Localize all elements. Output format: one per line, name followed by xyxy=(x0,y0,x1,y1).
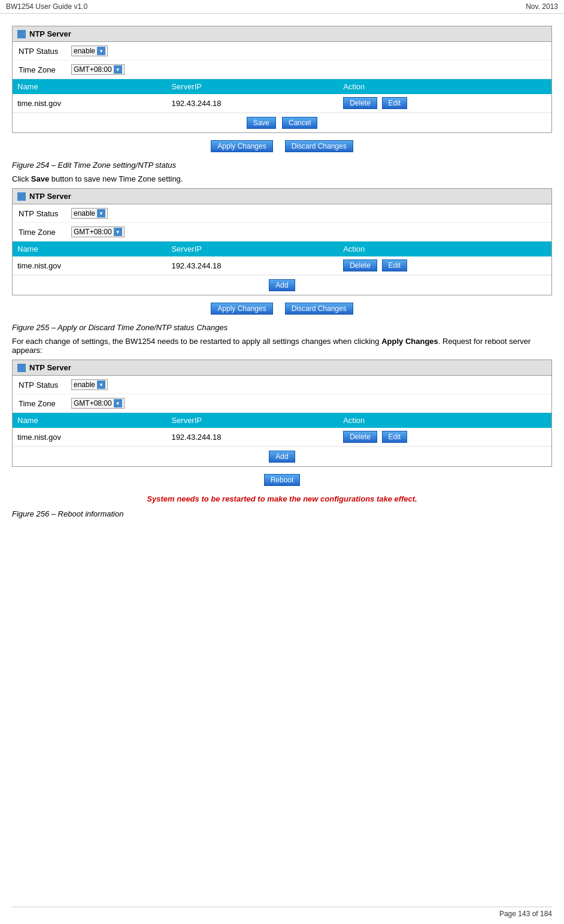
cancel-button[interactable]: Cancel xyxy=(282,117,317,129)
ntp-table-2: Name ServerIP Action time.nist.gov 192.4… xyxy=(13,241,551,275)
ntp-panel-header-1: NTP Server xyxy=(13,26,551,42)
time-zone-label-2: Time Zone xyxy=(19,228,66,237)
ntp-status-label-3: NTP Status xyxy=(19,381,66,389)
ntp-status-row-1: NTP Status enable ▼ xyxy=(13,42,551,61)
ntp-status-value-1: enable xyxy=(74,47,95,55)
row-action-3: Delete Edit xyxy=(338,428,551,446)
delete-button-3[interactable]: Delete xyxy=(343,431,377,443)
col-serverip-3: ServerIP xyxy=(166,413,338,428)
time-zone-row-1: Time Zone GMT+08:00 ▼ xyxy=(13,61,551,79)
time-zone-value-3: GMT+08:00 xyxy=(74,399,112,407)
ntp-table-3: Name ServerIP Action time.nist.gov 192.4… xyxy=(13,413,551,446)
discard-changes-button-1[interactable]: Discard Changes xyxy=(285,140,353,152)
save-button[interactable]: Save xyxy=(247,117,276,129)
time-zone-dropdown-arrow-3[interactable]: ▼ xyxy=(114,399,122,407)
ntp-status-select-1[interactable]: enable ▼ xyxy=(71,46,108,56)
page-footer: Page 143 of 184 xyxy=(12,907,552,918)
doc-date: Nov. 2013 xyxy=(526,2,558,11)
table-row-2: time.nist.gov 192.43.244.18 Delete Edit xyxy=(13,256,551,275)
ntp-table-1: Name ServerIP Action time.nist.gov 192.4… xyxy=(13,79,551,113)
ntp-status-label-1: NTP Status xyxy=(19,47,66,56)
ntp-status-label-2: NTP Status xyxy=(19,209,66,218)
page-content: NTP Server NTP Status enable ▼ Time Zone… xyxy=(0,14,564,547)
table-row-3: time.nist.gov 192.43.244.18 Delete Edit xyxy=(13,428,551,446)
figure-254-caption: Figure 254 – Edit Time Zone setting/NTP … xyxy=(12,161,552,170)
time-zone-dropdown-arrow-2[interactable]: ▼ xyxy=(114,228,122,236)
time-zone-row-3: Time Zone GMT+08:00 ▼ xyxy=(13,394,551,413)
row-ip-1: 192.43.244.18 xyxy=(166,94,338,113)
figure-255-caption: Figure 255 – Apply or Discard Time Zone/… xyxy=(12,323,552,332)
discard-changes-button-2[interactable]: Discard Changes xyxy=(285,303,353,315)
row-action-1: Delete Edit xyxy=(338,94,551,113)
ntp-panel-header-2: NTP Server xyxy=(13,189,551,204)
add-row-2: Add xyxy=(13,275,551,295)
ntp-icon-3 xyxy=(17,364,26,372)
apply-row-1: Apply Changes Discard Changes xyxy=(12,140,552,152)
page-header: BW1254 User Guide v1.0 Nov. 2013 xyxy=(0,0,564,14)
save-cancel-row: Save Cancel xyxy=(13,113,551,132)
reboot-button[interactable]: Reboot xyxy=(264,474,301,486)
col-action-2: Action xyxy=(338,241,551,256)
table-header-row-3: Name ServerIP Action xyxy=(13,413,551,428)
ntp-status-row-2: NTP Status enable ▼ xyxy=(13,204,551,223)
col-serverip-2: ServerIP xyxy=(166,241,338,256)
edit-button-3[interactable]: Edit xyxy=(382,431,408,443)
ntp-status-select-3[interactable]: enable ▼ xyxy=(71,379,108,390)
ntp-panel-header-3: NTP Server xyxy=(13,360,551,376)
time-zone-select-1[interactable]: GMT+08:00 ▼ xyxy=(71,64,125,75)
figure-256-caption: Figure 256 – Reboot information xyxy=(12,509,552,518)
col-serverip-1: ServerIP xyxy=(166,79,338,94)
ntp-panel-1: NTP Server NTP Status enable ▼ Time Zone… xyxy=(12,26,552,133)
add-row-3: Add xyxy=(13,446,551,466)
reboot-row: Reboot xyxy=(12,474,552,486)
ntp-icon-2 xyxy=(17,192,26,201)
col-name-2: Name xyxy=(13,241,166,256)
time-zone-label-1: Time Zone xyxy=(19,65,66,74)
time-zone-select-3[interactable]: GMT+08:00 ▼ xyxy=(71,398,125,409)
reboot-message: System needs to be restarted to make the… xyxy=(12,494,552,503)
paragraph-1: Click Save button to save new Time Zone … xyxy=(12,174,552,183)
time-zone-row-2: Time Zone GMT+08:00 ▼ xyxy=(13,223,551,241)
ntp-panel-title-3: NTP Server xyxy=(29,363,71,372)
ntp-panel-title-2: NTP Server xyxy=(29,192,71,201)
ntp-status-dropdown-arrow-1[interactable]: ▼ xyxy=(97,47,105,55)
ntp-panel-3: NTP Server NTP Status enable ▼ Time Zone… xyxy=(12,360,552,467)
col-action-1: Action xyxy=(338,79,551,94)
add-button-3[interactable]: Add xyxy=(269,451,295,463)
apply-changes-button-2[interactable]: Apply Changes xyxy=(211,303,272,315)
ntp-icon-1 xyxy=(17,30,26,38)
table-header-row-2: Name ServerIP Action xyxy=(13,241,551,256)
ntp-status-dropdown-arrow-2[interactable]: ▼ xyxy=(97,209,105,218)
para1-suffix: button to save new Time Zone setting. xyxy=(49,174,183,183)
ntp-status-row-3: NTP Status enable ▼ xyxy=(13,376,551,394)
para2-bold: Apply Changes xyxy=(381,337,438,346)
time-zone-select-2[interactable]: GMT+08:00 ▼ xyxy=(71,227,125,237)
ntp-status-dropdown-arrow-3[interactable]: ▼ xyxy=(97,381,105,389)
edit-button-1[interactable]: Edit xyxy=(382,97,408,109)
ntp-panel-2: NTP Server NTP Status enable ▼ Time Zone… xyxy=(12,188,552,295)
delete-button-1[interactable]: Delete xyxy=(343,97,377,109)
row-ip-2: 192.43.244.18 xyxy=(166,256,338,275)
table-row-1: time.nist.gov 192.43.244.18 Delete Edit xyxy=(13,94,551,113)
apply-changes-button-1[interactable]: Apply Changes xyxy=(211,140,272,152)
row-name-2: time.nist.gov xyxy=(13,256,166,275)
table-header-row-1: Name ServerIP Action xyxy=(13,79,551,94)
col-name-1: Name xyxy=(13,79,166,94)
time-zone-value-1: GMT+08:00 xyxy=(74,65,112,74)
ntp-status-select-2[interactable]: enable ▼ xyxy=(71,208,108,219)
time-zone-dropdown-arrow-1[interactable]: ▼ xyxy=(114,65,122,74)
edit-button-2[interactable]: Edit xyxy=(382,259,408,271)
row-action-2: Delete Edit xyxy=(338,256,551,275)
time-zone-value-2: GMT+08:00 xyxy=(74,228,112,236)
para2-prefix: For each change of settings, the BW1254 … xyxy=(12,337,381,346)
row-name-1: time.nist.gov xyxy=(13,94,166,113)
ntp-status-value-3: enable xyxy=(74,381,95,389)
col-action-3: Action xyxy=(338,413,551,428)
apply-row-2: Apply Changes Discard Changes xyxy=(12,303,552,315)
delete-button-2[interactable]: Delete xyxy=(343,259,377,271)
doc-title: BW1254 User Guide v1.0 xyxy=(6,2,87,11)
row-ip-3: 192.43.244.18 xyxy=(166,428,338,446)
ntp-panel-title-1: NTP Server xyxy=(29,29,71,38)
page-number: Page 143 of 184 xyxy=(499,910,552,918)
add-button-2[interactable]: Add xyxy=(269,279,295,291)
